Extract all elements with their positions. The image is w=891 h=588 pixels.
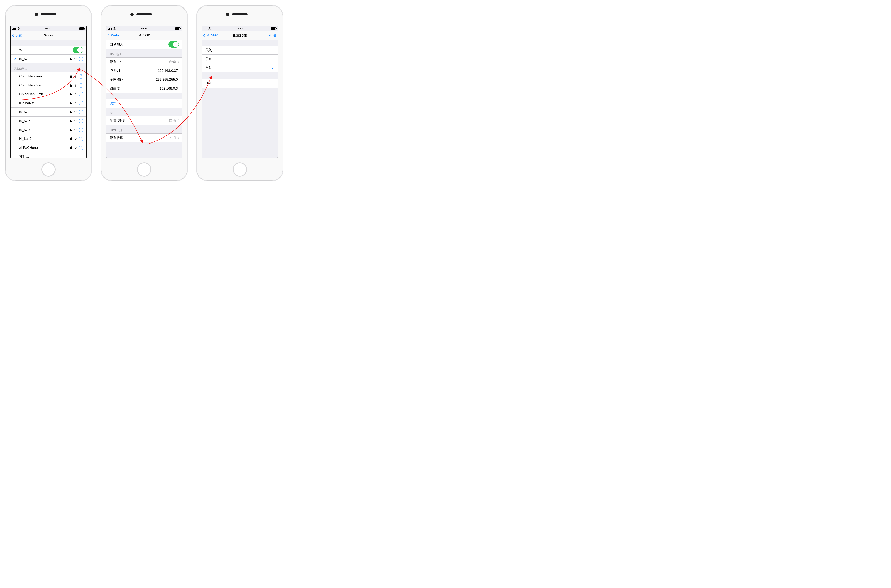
- info-icon[interactable]: i: [79, 74, 83, 79]
- configure-ip-value: 自动: [169, 60, 176, 64]
- chevron-left-icon: [12, 34, 15, 37]
- lock-icon: [70, 102, 72, 104]
- option-auto-label: 自动: [206, 66, 212, 70]
- info-icon[interactable]: i: [79, 110, 83, 114]
- status-time: 09:41: [237, 27, 243, 30]
- network-row[interactable]: ChinaNet-fG2gi: [11, 81, 86, 90]
- network-row[interactable]: iChinaNeti: [11, 99, 86, 108]
- router-value: 192.168.0.3: [159, 87, 178, 91]
- info-icon[interactable]: i: [79, 92, 83, 96]
- ip-row: IP 地址 192.168.0.37: [106, 66, 182, 75]
- phone-frame-2: 09:41 Wi-Fi i4_5G2 自动加入 IPV4 地址 配置 IP: [100, 5, 188, 181]
- wifi-strength-icon: [74, 58, 77, 60]
- renew-label: 续租: [110, 101, 117, 106]
- info-icon[interactable]: i: [79, 136, 83, 141]
- info-icon[interactable]: i: [79, 119, 83, 123]
- wifi-strength-icon: [74, 102, 77, 105]
- wifi-toggle-label: Wi-Fi: [19, 48, 27, 52]
- cellular-icon: [12, 28, 16, 30]
- info-icon[interactable]: i: [79, 101, 83, 105]
- renew-lease-row[interactable]: 续租: [106, 99, 182, 108]
- network-name: ChinaNet-bexe: [19, 74, 42, 78]
- network-name: ChinaNet-fG2g: [19, 83, 42, 87]
- network-row[interactable]: ChinaNet-JKYni: [11, 90, 86, 99]
- network-name: ChinaNet-JKYn: [19, 92, 43, 96]
- nav-title: i4_5G2: [138, 33, 150, 38]
- back-button[interactable]: Wi-Fi: [108, 33, 119, 38]
- network-name: i4_5G7: [19, 128, 30, 132]
- other-label: 其他...: [19, 154, 29, 158]
- autojoin-row[interactable]: 自动加入: [106, 40, 182, 49]
- wifi-status-icon: [17, 27, 20, 30]
- network-row[interactable]: i4_5G5i: [11, 108, 86, 117]
- speaker: [232, 13, 248, 15]
- autojoin-switch[interactable]: [168, 41, 179, 48]
- back-button[interactable]: 设置: [12, 33, 22, 38]
- wifi-toggle-row[interactable]: Wi-Fi: [11, 46, 86, 54]
- proxy-url-row[interactable]: URL: [202, 79, 278, 88]
- url-label: URL: [206, 81, 212, 86]
- network-name: i4_5G6: [19, 119, 30, 123]
- wifi-switch[interactable]: [73, 47, 83, 53]
- status-bar: 09:41: [106, 26, 182, 31]
- screen-1: 09:41 设置 Wi-Fi Wi-Fi ✓: [10, 26, 87, 158]
- network-row[interactable]: i4_5G7i: [11, 126, 86, 134]
- configure-dns-row[interactable]: 配置 DNS 自动: [106, 116, 182, 125]
- ip-label: IP 地址: [110, 68, 121, 73]
- nav-bar: Wi-Fi i4_5G2: [106, 31, 182, 40]
- content: 自动加入 IPV4 地址 配置 IP 自动 IP 地址 192.168.0.37: [106, 40, 182, 158]
- info-icon[interactable]: i: [79, 57, 83, 61]
- save-button[interactable]: 存储: [269, 33, 276, 38]
- proxy-option-auto[interactable]: 自动 ✓: [202, 63, 278, 72]
- home-button[interactable]: [233, 162, 247, 177]
- proxy-label: 配置代理: [110, 136, 123, 140]
- proxy-option-off[interactable]: 关闭: [202, 46, 278, 54]
- lock-icon: [70, 120, 72, 122]
- battery-icon: [271, 27, 276, 30]
- network-row[interactable]: i4_5G6i: [11, 117, 86, 126]
- lock-icon: [70, 111, 72, 113]
- home-button[interactable]: [137, 162, 151, 177]
- other-network-row[interactable]: 其他...: [11, 152, 86, 158]
- wifi-strength-icon: [74, 75, 77, 78]
- cellular-icon: [204, 28, 207, 30]
- connected-network-name: i4_5G2: [19, 57, 30, 61]
- back-button[interactable]: i4_5G2: [204, 33, 218, 38]
- connected-network-row[interactable]: ✓ i4_5G2 i: [11, 54, 86, 63]
- lock-icon: [70, 84, 72, 87]
- network-name: i4_5G5: [19, 110, 30, 114]
- screen-3: 09:41 i4_5G2 配置代理 存储 关闭 手动: [202, 26, 278, 158]
- cellular-icon: [108, 28, 111, 30]
- configure-ip-row[interactable]: 配置 IP 自动: [106, 57, 182, 66]
- network-name: i4_Lan2: [19, 137, 32, 141]
- network-row[interactable]: i4_Lan2i: [11, 134, 86, 143]
- back-label: i4_5G2: [207, 33, 218, 38]
- dns-label: 配置 DNS: [110, 118, 125, 123]
- chevron-right-icon: [177, 136, 179, 140]
- lock-icon: [70, 146, 72, 149]
- wifi-strength-icon: [74, 146, 77, 149]
- network-row[interactable]: zl-PaCHongi: [11, 143, 86, 152]
- proxy-header: HTTP 代理: [106, 125, 182, 134]
- lock-icon: [70, 75, 72, 78]
- status-time: 09:41: [141, 27, 147, 30]
- lock-icon: [70, 58, 72, 60]
- status-bar: 09:41: [202, 26, 278, 31]
- speaker: [41, 13, 56, 15]
- info-icon[interactable]: i: [79, 146, 83, 150]
- configure-ip-label: 配置 IP: [110, 60, 121, 64]
- dns-value: 自动: [169, 118, 176, 123]
- chevron-right-icon: [177, 118, 179, 122]
- status-bar: 09:41: [11, 26, 86, 31]
- network-row[interactable]: ChinaNet-bexei: [11, 72, 86, 81]
- info-icon[interactable]: i: [79, 83, 83, 87]
- home-button[interactable]: [41, 162, 56, 177]
- option-off-label: 关闭: [206, 48, 212, 52]
- info-icon[interactable]: i: [79, 128, 83, 132]
- configure-proxy-row[interactable]: 配置代理 关闭: [106, 134, 182, 142]
- chevron-left-icon: [108, 34, 111, 37]
- proxy-option-manual[interactable]: 手动: [202, 54, 278, 63]
- camera-dot: [34, 13, 38, 16]
- mask-label: 子网掩码: [110, 77, 123, 82]
- camera-dot: [226, 13, 229, 16]
